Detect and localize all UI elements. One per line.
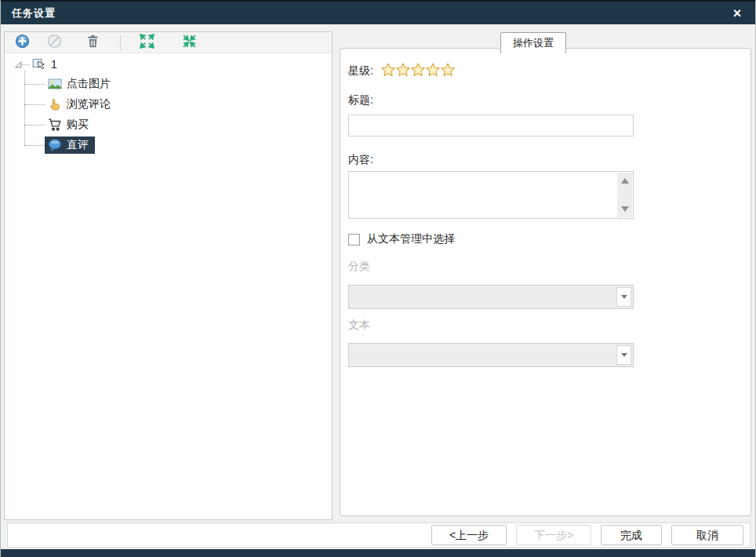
bottom-strip: [1, 549, 756, 557]
text-dropdown-arrow-icon: [616, 345, 631, 365]
star-icon[interactable]: [381, 63, 396, 80]
tree-connector: [24, 71, 25, 145]
tree-node[interactable]: 购买: [45, 116, 95, 133]
content-field: [348, 171, 634, 219]
hand-icon: [48, 97, 62, 111]
tree-connector: [24, 104, 45, 105]
slash-icon: [47, 34, 62, 52]
expand-icon: [140, 34, 154, 52]
star-rating[interactable]: [381, 63, 456, 80]
text-dropdown: [348, 343, 634, 367]
select-from-text-label: 从文本管理中选择: [367, 232, 455, 246]
scroll-down-icon[interactable]: [621, 206, 629, 212]
tree-row: 浏览评论: [24, 94, 332, 115]
tree-node[interactable]: 浏览评论: [45, 96, 117, 113]
star-icon[interactable]: [396, 63, 411, 80]
select-from-text-checkbox[interactable]: [348, 234, 360, 246]
tree-node-label: 1: [51, 58, 57, 71]
collapse-all-button[interactable]: [181, 35, 197, 50]
tree-connector: [24, 125, 45, 126]
footer-button-bar: <上一步下一步>完成取消: [7, 522, 751, 548]
title-input[interactable]: [348, 115, 634, 137]
cancel-button[interactable]: 取消: [671, 525, 743, 545]
cart-icon: [48, 118, 62, 132]
toolbar-separator: [120, 35, 121, 50]
tab-operation-settings: 操作设置: [500, 32, 566, 53]
chat-icon: [48, 138, 62, 152]
title-label: 标题:: [348, 93, 373, 107]
next-button: 下一步>: [516, 525, 591, 545]
collapse-icon: [182, 34, 197, 52]
star-rating-label: 星级:: [348, 64, 373, 78]
previous-button[interactable]: <上一步: [431, 525, 507, 545]
tree-node[interactable]: 点击图片: [45, 75, 117, 93]
category-dropdown-arrow-icon: [616, 287, 631, 307]
tree-node[interactable]: 直评: [45, 137, 95, 154]
finish-button[interactable]: 完成: [601, 525, 662, 545]
expand-all-button[interactable]: [139, 35, 154, 50]
tree-node-label: 直评: [67, 138, 89, 152]
tree-expander-icon[interactable]: [15, 61, 22, 68]
content-label: 内容:: [348, 153, 373, 167]
operation-settings-panel: 星级: 标题: 内容: 从文本管理中选择 分类 文本: [340, 48, 751, 516]
content-textarea[interactable]: [350, 173, 616, 217]
cursor-node-icon: [32, 57, 46, 71]
tree-row: 1: [15, 55, 332, 74]
star-icon[interactable]: [426, 63, 441, 80]
tree-toolbar: [5, 32, 332, 53]
delete-node-button[interactable]: [85, 35, 100, 50]
tree-connector: [22, 64, 29, 65]
image-icon: [48, 77, 62, 91]
tree-node-label: 购买: [67, 118, 89, 132]
category-label: 分类: [348, 260, 370, 274]
task-tree: 1点击图片浏览评论购买直评: [5, 53, 332, 155]
text-label: 文本: [348, 319, 370, 333]
star-icon[interactable]: [411, 63, 426, 80]
add-icon: [15, 34, 30, 52]
scrollbar[interactable]: [617, 173, 632, 217]
tree-connector: [24, 84, 45, 85]
window-title: 任务设置: [12, 6, 56, 20]
tree-node-label: 点击图片: [67, 77, 111, 91]
tree-row: 购买: [24, 115, 332, 135]
category-dropdown: [348, 285, 634, 309]
task-tree-panel: 1点击图片浏览评论购买直评: [4, 31, 333, 520]
trash-icon: [85, 34, 100, 52]
scroll-up-icon[interactable]: [621, 178, 629, 184]
titlebar: 任务设置 ×: [1, 0, 756, 24]
close-icon[interactable]: ×: [729, 4, 746, 23]
star-icon[interactable]: [441, 63, 456, 80]
tree-children: 点击图片浏览评论购买直评: [24, 74, 332, 155]
add-node-button[interactable]: [14, 35, 30, 50]
tree-node-root[interactable]: 1: [29, 56, 64, 73]
tree-connector: [24, 145, 45, 146]
tree-row: 直评: [24, 135, 332, 155]
tree-row: 点击图片: [24, 74, 332, 94]
disable-node-button: [46, 35, 62, 50]
tree-node-label: 浏览评论: [67, 97, 111, 111]
